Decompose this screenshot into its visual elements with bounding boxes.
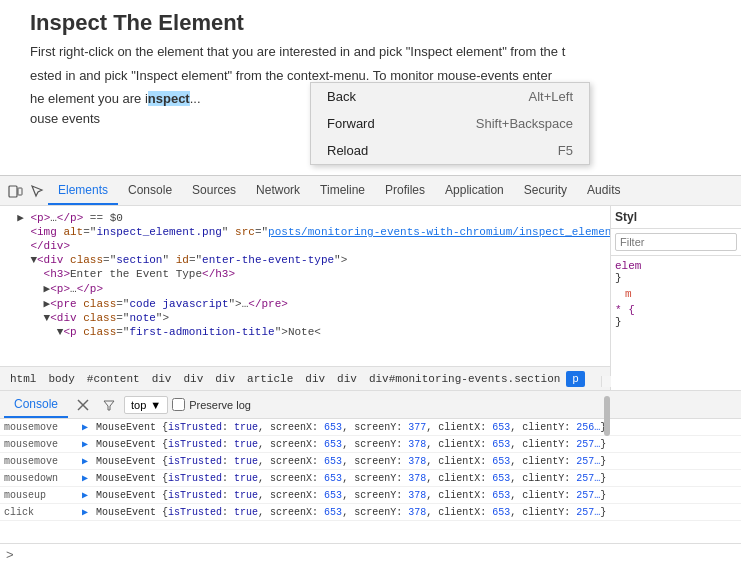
tab-audits[interactable]: Audits bbox=[577, 176, 630, 205]
styles-panel: Styl elem } m * { } bbox=[611, 206, 741, 390]
console-row-mousemove1: mousemove ▶ MouseEvent {isTrusted: true,… bbox=[0, 419, 741, 436]
console-top-label: top bbox=[131, 399, 146, 411]
preserve-log-text: Preserve log bbox=[189, 399, 251, 411]
breadcrumb-section[interactable]: div#monitoring-events.section bbox=[363, 371, 566, 387]
style-rule-margin: m bbox=[615, 288, 737, 300]
preserve-log-label[interactable]: Preserve log bbox=[172, 398, 251, 411]
console-toolbar: Console top ▼ Preserve log bbox=[0, 391, 741, 419]
breadcrumb-html[interactable]: html bbox=[4, 371, 42, 387]
tab-profiles[interactable]: Profiles bbox=[375, 176, 435, 205]
console-output[interactable]: mousemove ▶ MouseEvent {isTrusted: true,… bbox=[0, 419, 741, 543]
event-data: ▶ MouseEvent {isTrusted: true, screenX: … bbox=[82, 506, 606, 518]
styles-content: elem } m * { } bbox=[611, 256, 741, 390]
devtools-main: ▶ <p>…</p> == $0 <img alt="inspect_eleme… bbox=[0, 206, 741, 390]
console-filters: top ▼ Preserve log bbox=[72, 394, 251, 416]
chevron-down-icon: ▼ bbox=[150, 399, 161, 411]
elements-line[interactable]: ▶ <p>…</p> == $0 bbox=[0, 210, 610, 225]
breadcrumb-body[interactable]: body bbox=[42, 371, 80, 387]
breadcrumb-article[interactable]: article bbox=[241, 371, 299, 387]
context-menu-back[interactable]: Back Alt+Left bbox=[311, 83, 589, 110]
elements-line[interactable]: ▼<div class="section" id="enter-the-even… bbox=[0, 253, 610, 267]
page-paragraph1: First right-click on the element that yo… bbox=[30, 42, 711, 62]
elements-line[interactable]: ▼<p class="first-admonition-title">Note< bbox=[0, 325, 610, 339]
scrollbar[interactable] bbox=[601, 376, 611, 387]
event-type: mouseup bbox=[4, 490, 74, 501]
console-clear-icon[interactable] bbox=[72, 394, 94, 416]
event-data: ▶ MouseEvent {isTrusted: true, screenX: … bbox=[82, 489, 606, 501]
elements-line[interactable]: ▼<div class="note"> bbox=[0, 311, 610, 325]
context-menu: Back Alt+Left Forward Shift+Backspace Re… bbox=[310, 82, 590, 165]
svg-marker-4 bbox=[104, 401, 114, 410]
tab-sources[interactable]: Sources bbox=[182, 176, 246, 205]
context-menu-reload[interactable]: Reload F5 bbox=[311, 137, 589, 164]
devtools-panel: Elements Console Sources Network Timelin… bbox=[0, 175, 741, 565]
tab-security[interactable]: Security bbox=[514, 176, 577, 205]
breadcrumb-p[interactable]: p bbox=[566, 371, 585, 387]
breadcrumb-content[interactable]: #content bbox=[81, 371, 146, 387]
device-mode-icon[interactable] bbox=[4, 180, 26, 202]
console-top-dropdown[interactable]: top ▼ bbox=[124, 396, 168, 414]
elements-line[interactable]: <img alt="inspect_element.png" src="post… bbox=[0, 225, 610, 239]
forward-shortcut: Shift+Backspace bbox=[476, 116, 573, 131]
tab-console[interactable]: Console bbox=[118, 176, 182, 205]
page-title: Inspect The Element bbox=[30, 10, 711, 36]
tab-timeline[interactable]: Timeline bbox=[310, 176, 375, 205]
breadcrumb-bar: html body #content div div div article d… bbox=[0, 366, 610, 390]
breadcrumb-div1[interactable]: div bbox=[146, 371, 178, 387]
event-data: ▶ MouseEvent {isTrusted: true, screenX: … bbox=[82, 438, 606, 450]
event-type: mousemove bbox=[4, 439, 74, 450]
breadcrumb-div2[interactable]: div bbox=[177, 371, 209, 387]
console-section: Console top ▼ Preserve log bbox=[0, 390, 741, 565]
console-row-mouseup: mouseup ▶ MouseEvent {isTrusted: true, s… bbox=[0, 487, 741, 504]
elements-line[interactable]: <h3>Enter the Event Type</h3> bbox=[0, 267, 610, 281]
tab-elements[interactable]: Elements bbox=[48, 176, 118, 205]
breadcrumb-div5[interactable]: div bbox=[331, 371, 363, 387]
back-label: Back bbox=[327, 89, 356, 104]
event-data: ▶ MouseEvent {isTrusted: true, screenX: … bbox=[82, 472, 606, 484]
devtools-tabs: Elements Console Sources Network Timelin… bbox=[48, 176, 630, 205]
tab-network[interactable]: Network bbox=[246, 176, 310, 205]
console-input-row: > bbox=[0, 543, 741, 565]
context-menu-forward[interactable]: Forward Shift+Backspace bbox=[311, 110, 589, 137]
console-row-mousedown: mousedown ▶ MouseEvent {isTrusted: true,… bbox=[0, 470, 741, 487]
breadcrumb-div4[interactable]: div bbox=[299, 371, 331, 387]
forward-label: Forward bbox=[327, 116, 375, 131]
event-type: mousedown bbox=[4, 473, 74, 484]
preserve-log-checkbox[interactable] bbox=[172, 398, 185, 411]
back-shortcut: Alt+Left bbox=[529, 89, 573, 104]
console-row-mousemove3: mousemove ▶ MouseEvent {isTrusted: true,… bbox=[0, 453, 741, 470]
tab-application[interactable]: Application bbox=[435, 176, 514, 205]
elements-line[interactable]: </div> bbox=[0, 239, 610, 253]
console-row-click: click ▶ MouseEvent {isTrusted: true, scr… bbox=[0, 504, 741, 521]
styles-filter-input[interactable] bbox=[615, 233, 737, 251]
style-rule-star: * { } bbox=[615, 304, 737, 328]
elements-content[interactable]: ▶ <p>…</p> == $0 <img alt="inspect_eleme… bbox=[0, 206, 610, 366]
elements-panel: ▶ <p>…</p> == $0 <img alt="inspect_eleme… bbox=[0, 206, 611, 390]
event-data: ▶ MouseEvent {isTrusted: true, screenX: … bbox=[82, 421, 606, 433]
console-row-mousemove2: mousemove ▶ MouseEvent {isTrusted: true,… bbox=[0, 436, 741, 453]
inspect-element-icon[interactable] bbox=[26, 180, 48, 202]
styles-filter bbox=[611, 229, 741, 256]
style-rule-elem: elem } bbox=[615, 260, 737, 284]
event-type: click bbox=[4, 507, 74, 518]
reload-label: Reload bbox=[327, 143, 368, 158]
console-input[interactable] bbox=[20, 548, 735, 562]
svg-rect-0 bbox=[9, 186, 17, 197]
elements-line[interactable]: ▶<pre class="code javascript">…</pre> bbox=[0, 296, 610, 311]
console-filter-icon[interactable] bbox=[98, 394, 120, 416]
devtools-toolbar: Elements Console Sources Network Timelin… bbox=[0, 176, 741, 206]
event-data: ▶ MouseEvent {isTrusted: true, screenX: … bbox=[82, 455, 606, 467]
reload-shortcut: F5 bbox=[558, 143, 573, 158]
breadcrumb-div3[interactable]: div bbox=[209, 371, 241, 387]
styles-label: Styl bbox=[611, 206, 741, 229]
tab-console-bottom[interactable]: Console bbox=[4, 391, 68, 418]
svg-rect-1 bbox=[18, 188, 22, 195]
event-type: mousemove bbox=[4, 456, 74, 467]
event-type: mousemove bbox=[4, 422, 74, 433]
console-prompt-icon: > bbox=[6, 547, 14, 562]
elements-line[interactable]: ▶<p>…</p> bbox=[0, 281, 610, 296]
